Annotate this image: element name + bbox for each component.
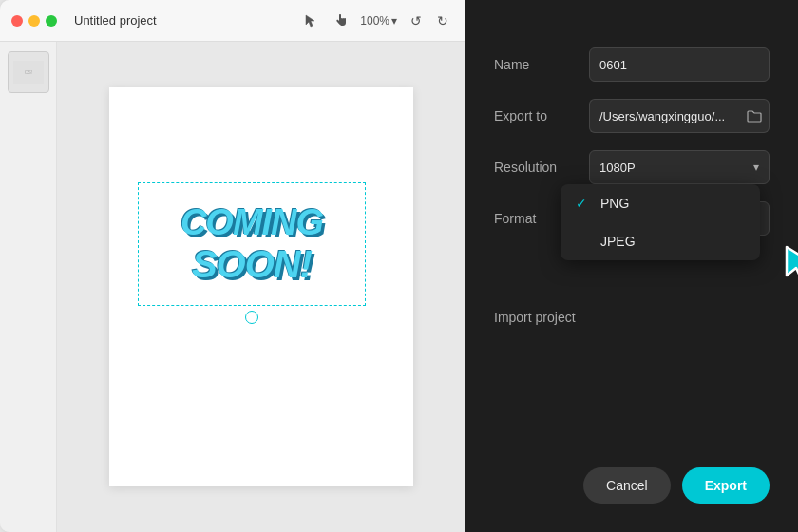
editor-panel: Untitled project 100% ▾ ↺ ↻	[0, 0, 466, 532]
import-project-field-row: Import project	[494, 310, 770, 325]
name-label: Name	[494, 57, 589, 72]
maximize-button[interactable]	[46, 15, 57, 27]
rotate-handle[interactable]	[245, 311, 258, 324]
svg-text:CS!: CS!	[24, 69, 31, 75]
minimize-button[interactable]	[28, 15, 40, 27]
coming-text: COMING	[180, 203, 323, 243]
zoom-value: 100%	[360, 14, 390, 28]
format-option-png[interactable]: ✓ PNG	[560, 184, 760, 222]
dialog-buttons: Cancel Export	[494, 448, 770, 504]
canvas-area: COMING SOON!	[57, 42, 466, 532]
svg-marker-2	[787, 247, 798, 280]
format-dropdown: ✓ PNG ✓ JPEG	[560, 184, 760, 260]
export-panel: Name 0601 Export to /Users/wangxingguo/.…	[466, 0, 798, 532]
format-option-jpeg[interactable]: ✓ JPEG	[560, 222, 760, 260]
select-tool-icon[interactable]	[299, 10, 322, 32]
thumbnail-item[interactable]: CS!	[8, 51, 49, 93]
selection-box: COMING SOON!	[138, 182, 366, 306]
editor-body: CS! COMING SOON!	[0, 42, 466, 532]
export-to-field-row: Export to /Users/wangxingguo/...	[494, 99, 770, 133]
undo-button[interactable]: ↺	[405, 10, 428, 32]
undo-redo-group: ↺ ↻	[405, 10, 454, 32]
import-label: Import project	[494, 310, 589, 325]
name-input[interactable]: 0601	[589, 48, 770, 82]
export-button[interactable]: Export	[682, 467, 770, 504]
name-field-row: Name 0601	[494, 48, 770, 82]
export-to-input[interactable]: /Users/wangxingguo/...	[589, 99, 739, 133]
resolution-field-row: Resolution 1080P ▾	[494, 150, 770, 184]
toolbar-icons: 100% ▾ ↺ ↻	[299, 10, 454, 32]
redo-button[interactable]: ↻	[431, 10, 454, 32]
resolution-label: Resolution	[494, 160, 589, 175]
cursor-arrow-icon	[779, 242, 798, 285]
check-icon: ✓	[576, 196, 591, 211]
coming-soon-graphic[interactable]: COMING SOON!	[180, 203, 323, 285]
close-button[interactable]	[11, 15, 23, 27]
canvas: COMING SOON!	[109, 87, 413, 486]
zoom-chevron-icon: ▾	[391, 14, 397, 28]
resolution-chevron-icon: ▾	[753, 161, 759, 174]
titlebar: Untitled project 100% ▾ ↺ ↻	[0, 0, 466, 42]
export-to-label: Export to	[494, 108, 589, 124]
export-to-group: /Users/wangxingguo/...	[589, 99, 770, 133]
project-title: Untitled project	[74, 13, 290, 28]
folder-browse-button[interactable]	[739, 99, 770, 133]
cancel-button[interactable]: Cancel	[583, 467, 671, 504]
resolution-select[interactable]: 1080P ▾	[589, 150, 770, 184]
soon-text: SOON!	[180, 243, 323, 285]
left-sidebar: CS!	[0, 42, 57, 532]
traffic-lights	[11, 15, 57, 27]
hand-tool-icon[interactable]	[330, 10, 352, 32]
zoom-control[interactable]: 100% ▾	[360, 14, 397, 28]
